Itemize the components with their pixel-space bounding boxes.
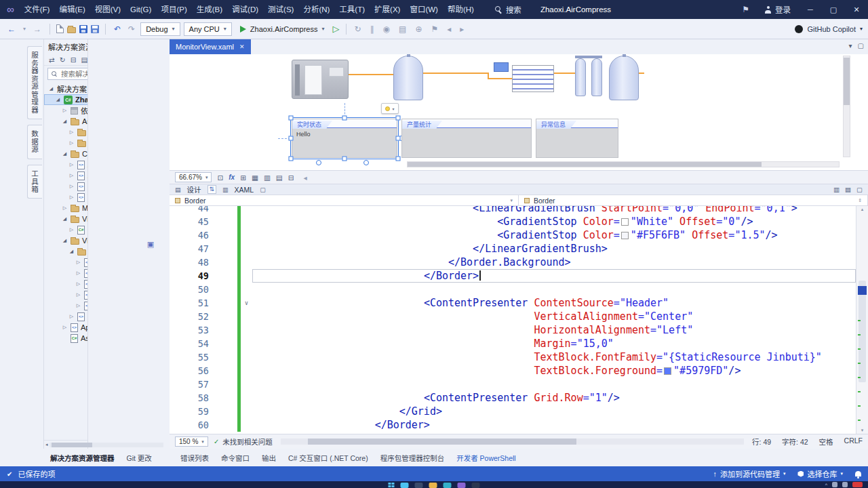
document-tab[interactable]: MonitorView.xaml ✕ (170, 39, 251, 54)
show-annotations-icon[interactable]: ▤ (276, 174, 283, 182)
collapsed-arrow-icon[interactable]: ▷ (75, 281, 81, 287)
code-text[interactable]: TextBlock.FontFamily="{StaticResource Ji… (252, 350, 856, 364)
pause-icon[interactable]: ∥ (368, 24, 376, 34)
scrollbar-thumb[interactable] (844, 58, 850, 105)
adsorption-column-graphic[interactable] (591, 58, 602, 96)
collapsed-arrow-icon[interactable]: ▷ (62, 108, 68, 113)
minimize-button[interactable]: ─ (799, 0, 822, 19)
tool-window-tab[interactable]: 数据源 (27, 125, 42, 159)
redo-icon[interactable]: ↷ (126, 24, 137, 34)
navigate-back-icon[interactable]: ← (5, 24, 18, 34)
code-text[interactable]: HorizontalAlignment="Left" (252, 323, 856, 337)
horizontal-split-icon[interactable]: ▤ (845, 186, 851, 193)
breadcrumb-right-dropdown[interactable]: Border ⇕ (519, 195, 868, 205)
select-repository-button[interactable]: 选择仓库 ▾ (797, 468, 843, 479)
design-tab[interactable]: 设计 (187, 184, 201, 195)
scrollbar-thumb[interactable] (308, 439, 576, 445)
menu-item[interactable]: 编辑(E) (54, 0, 90, 19)
code-text[interactable]: TextBlock.Foreground="#5979FD"/> (252, 364, 856, 378)
tree-item[interactable]: ◢▣解决方案 'Zhaoxi.AirCompress' ( (44, 83, 169, 94)
scrollbar-thumb[interactable] (859, 281, 866, 382)
refresh-icon[interactable]: ↻ (60, 56, 66, 64)
scroll-left-icon[interactable]: ◂ (304, 174, 307, 182)
notifications-bell-icon[interactable] (855, 471, 861, 476)
zoom-to-fit-icon[interactable]: ⊡ (217, 174, 223, 182)
collapsed-arrow-icon[interactable]: ▷ (75, 292, 81, 298)
save-icon[interactable] (79, 25, 87, 33)
find-in-files-icon[interactable]: ⊕ (413, 24, 424, 34)
code-text[interactable]: VerticalAlignment="Center" (252, 310, 856, 323)
feedback-icon[interactable]: ⚑ (735, 5, 756, 14)
storage-tank-graphic[interactable] (393, 56, 423, 100)
tray-icon[interactable] (832, 482, 837, 487)
expanded-arrow-icon[interactable]: ◢ (68, 249, 75, 254)
start-without-debugging-icon[interactable]: ▷ (333, 24, 340, 34)
menu-item[interactable]: 窗口(W) (405, 0, 443, 19)
editor-hscrollbar[interactable] (281, 439, 744, 445)
menu-item[interactable]: 生成(B) (192, 0, 227, 19)
menu-item[interactable]: 调试(D) (227, 0, 263, 19)
next-bookmark-icon[interactable]: ▸ (458, 24, 466, 34)
maximize-button[interactable]: ▢ (822, 0, 845, 19)
zoom-level-dropdown[interactable]: 66.67% ▾ (175, 172, 212, 182)
expanded-arrow-icon[interactable]: ◢ (62, 119, 68, 124)
scroll-left-icon[interactable]: ◂ (45, 442, 48, 447)
collapsed-arrow-icon[interactable]: ▷ (68, 129, 75, 135)
start-button[interactable] (389, 483, 395, 488)
code-text[interactable]: </Grid> (252, 405, 856, 418)
github-copilot-button[interactable]: GitHub Copilot ▾ (795, 25, 863, 33)
search-button[interactable] (401, 483, 409, 488)
fold-margin[interactable]: ∨ (241, 296, 252, 310)
add-to-source-control-button[interactable]: ↑ 添加到源代码管理 ▾ (713, 468, 785, 479)
lightbulb-suggestion-button[interactable]: ▾ (381, 103, 399, 114)
designer-groupbox[interactable]: 异常信息 (536, 119, 618, 158)
menu-item[interactable]: 视图(V) (90, 0, 125, 19)
break-all-icon[interactable]: ◉ (381, 24, 392, 34)
expanded-arrow-icon[interactable]: ◢ (55, 97, 61, 102)
tool-window-tab[interactable]: 工具箱 (27, 165, 42, 199)
xaml-tab[interactable]: XAML (235, 186, 254, 194)
bottom-panel-tab[interactable]: 程序包管理器控制台 (375, 450, 450, 466)
navigate-back-dropdown-icon[interactable]: ▾ (21, 26, 28, 32)
expanded-arrow-icon[interactable]: ◢ (62, 238, 68, 243)
menu-item[interactable]: 项目(P) (156, 0, 191, 19)
code-text[interactable]: <ContentPresenter Grid.Row="1"/> (252, 391, 856, 405)
quick-search-box[interactable]: 搜索 (488, 3, 528, 16)
freeze-dryer-graphic[interactable] (512, 65, 554, 92)
close-button[interactable]: ✕ (845, 0, 868, 19)
snap-to-grid-icon[interactable]: ▦ (252, 174, 258, 182)
design-canvas[interactable]: ▾ 实时状态Hello产量统计异常信息 (170, 54, 868, 170)
editor-zoom-dropdown[interactable]: 150 % ▾ (175, 436, 208, 447)
swap-panes-icon[interactable]: ⇅ (208, 185, 217, 194)
task-view-button[interactable] (415, 483, 423, 488)
show-grid-icon[interactable]: ⊞ (240, 174, 246, 182)
storage-tank-graphic[interactable] (609, 56, 639, 100)
bookmark-icon[interactable]: ⚑ (429, 24, 440, 34)
disable-project-code-icon[interactable]: ⊟ (288, 174, 294, 182)
menu-item[interactable]: 文件(F) (20, 0, 55, 19)
solution-explorer-tab[interactable]: Git 更改 (121, 450, 157, 466)
code-text[interactable]: </LinearGradientBrush> (252, 242, 856, 256)
scrollbar-thumb[interactable] (408, 162, 762, 167)
breadcrumb-expand-icon[interactable]: ⇕ (858, 198, 862, 203)
collapsed-arrow-icon[interactable]: ▷ (68, 227, 75, 232)
code-text[interactable]: <GradientStop Color="White" Offset="0"/> (252, 215, 856, 228)
previous-bookmark-icon[interactable]: ◂ (445, 24, 453, 34)
menu-item[interactable]: Git(G) (125, 0, 156, 19)
terminal-button[interactable] (472, 483, 480, 488)
bottom-panel-tab[interactable]: C# 交互窗口 (.NET Core) (283, 450, 374, 466)
float-window-icon[interactable]: ▢ (858, 42, 864, 49)
menu-item[interactable]: 扩展(X) (370, 0, 405, 19)
dryer-display-graphic[interactable] (494, 62, 509, 72)
scrollbar-thumb[interactable] (52, 443, 92, 447)
start-debugging-button[interactable]: Zhaoxi.AirCompress ▾ (235, 22, 330, 37)
collapse-all-icon[interactable]: ⊟ (71, 56, 77, 64)
notification-badge[interactable] (852, 482, 863, 487)
bottom-panel-tab[interactable]: 开发者 PowerShell (451, 450, 521, 466)
editor-vscrollbar[interactable]: ▴ ▾ (856, 206, 868, 434)
tray-icon[interactable] (842, 482, 848, 487)
expanded-arrow-icon[interactable]: ◢ (62, 216, 68, 222)
xaml-code-editor[interactable]: 44 <LinearGradientBrush StartPoint="0,0"… (170, 206, 868, 434)
code-text[interactable]: </Border> (252, 418, 856, 432)
visual-studio-button[interactable] (458, 483, 466, 488)
